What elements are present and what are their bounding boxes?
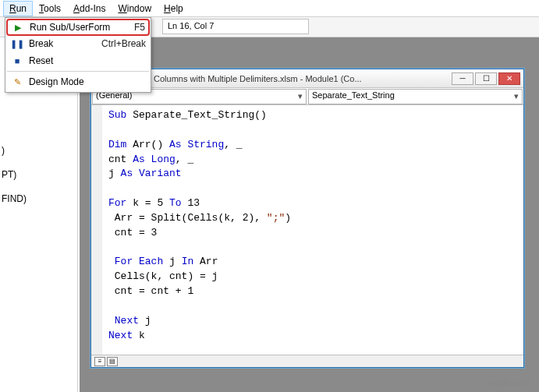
menu-addins[interactable]: Add-Ins <box>67 1 112 16</box>
design-icon: ✎ <box>10 76 24 88</box>
pause-icon: ❚❚ <box>10 37 24 50</box>
view-selector-bar: ≡ ▤ <box>91 355 523 367</box>
menu-run[interactable]: Run <box>3 1 33 16</box>
menu-item-run-sub[interactable]: ▶ Run Sub/UserForm F5 <box>6 19 150 36</box>
window-title: ting Text to Columns with Multiple Delim… <box>110 74 452 83</box>
play-icon: ▶ <box>11 21 25 34</box>
menu-window[interactable]: Window <box>112 1 158 16</box>
tree-fragment: FIND) <box>0 187 77 211</box>
menu-bar: Run Tools Add-Ins Window Help <box>0 0 539 17</box>
menu-tools[interactable]: Tools <box>33 1 67 16</box>
procedure-view-icon[interactable]: ≡ <box>94 357 105 366</box>
tree-fragment: ) <box>0 139 77 163</box>
procedure-combo[interactable]: Separate_Text_String <box>308 89 523 104</box>
menu-item-label: Break <box>29 38 95 49</box>
close-button[interactable]: ✕ <box>498 72 520 85</box>
code-combo-row: (General) Separate_Text_String <box>91 88 523 105</box>
maximize-button[interactable]: ☐ <box>475 72 497 85</box>
tree-fragment: PT) <box>0 163 77 187</box>
menu-item-label: Reset <box>29 55 146 66</box>
reset-icon: ■ <box>10 55 24 67</box>
menu-item-design-mode[interactable]: ✎ Design Mode <box>7 73 149 90</box>
run-dropdown: ▶ Run Sub/UserForm F5 ❚❚ Break Ctrl+Brea… <box>5 17 151 93</box>
menu-item-shortcut: F5 <box>134 22 145 33</box>
menu-item-break[interactable]: ❚❚ Break Ctrl+Break <box>7 35 149 52</box>
full-module-view-icon[interactable]: ▤ <box>107 357 118 366</box>
menu-item-label: Design Mode <box>29 76 146 87</box>
menu-help[interactable]: Help <box>158 1 190 16</box>
watermark: wsxdn.com <box>487 378 530 387</box>
code-editor[interactable]: Sub Separate_Text_String() Dim Arr() As … <box>91 105 523 355</box>
code-window: ting Text to Columns with Multiple Delim… <box>90 69 524 368</box>
code-window-titlebar[interactable]: ting Text to Columns with Multiple Delim… <box>91 69 523 88</box>
menu-item-reset[interactable]: ■ Reset <box>7 52 149 69</box>
menu-item-shortcut: Ctrl+Break <box>101 38 146 49</box>
menu-item-label: Run Sub/UserForm <box>30 22 128 33</box>
minimize-button[interactable]: ─ <box>452 72 473 85</box>
cursor-position: Ln 16, Col 7 <box>162 19 309 34</box>
